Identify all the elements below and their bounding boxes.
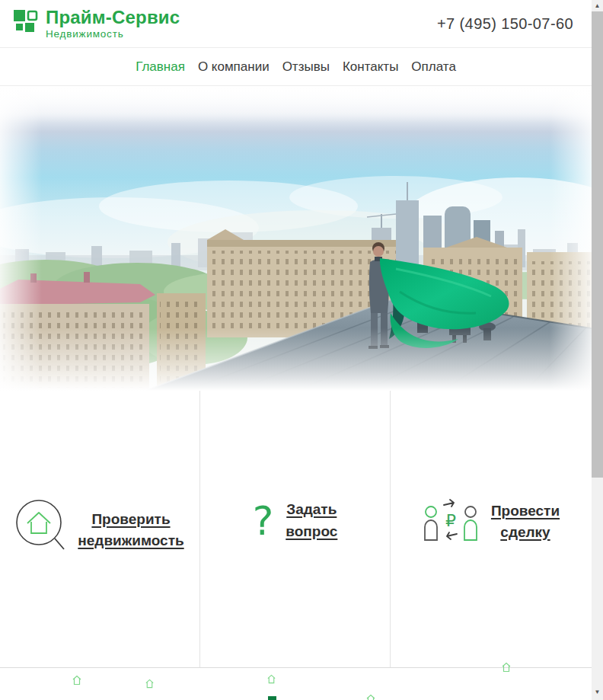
logo-subtitle: Недвижимость <box>46 27 180 40</box>
vertical-scrollbar[interactable]: ▲ ▼ <box>592 0 603 700</box>
logo-text: Прайм-Сервис Недвижимость <box>46 8 180 40</box>
logo-title: Прайм-Сервис <box>46 8 180 27</box>
card-ask-question: ? Задать вопрос <box>200 391 391 667</box>
next-section-sliver <box>0 668 592 700</box>
nav-item-payment[interactable]: Оплата <box>411 59 455 75</box>
scrollbar-thumb[interactable] <box>592 11 603 478</box>
question-mark-icon: ? <box>253 503 274 539</box>
ask-question-line1: Задать <box>286 499 337 521</box>
page-content: Прайм-Сервис Недвижимость +7 (495) 150-0… <box>0 0 592 700</box>
house-outline-icon <box>72 675 82 689</box>
main-nav: Главная О компании Отзывы Контакты Оплат… <box>0 48 592 86</box>
make-deal-line1: Провести <box>491 500 560 523</box>
green-logo-sliver <box>268 696 276 700</box>
nav-item-about[interactable]: О компании <box>198 59 270 75</box>
check-property-line1: Проверить <box>78 509 183 531</box>
card-make-deal: ₽ Провести сделку <box>391 391 592 667</box>
check-property-line2: недвижимость <box>78 530 183 552</box>
scroll-up-button[interactable]: ▲ <box>592 0 603 11</box>
logo[interactable]: Прайм-Сервис Недвижимость <box>14 8 180 40</box>
house-outline-icon <box>145 678 155 692</box>
phone-number[interactable]: +7 (495) 150-07-60 <box>437 15 573 33</box>
house-search-icon <box>15 499 65 561</box>
house-outline-icon <box>365 694 376 700</box>
action-cards-section: Проверить недвижимость ? Задать вопрос <box>0 391 592 668</box>
ask-question-line2: вопрос <box>286 521 337 543</box>
hero-image <box>0 86 592 391</box>
ruble-sign: ₽ <box>445 511 456 530</box>
check-property-link[interactable]: Проверить недвижимость <box>78 509 183 552</box>
ask-question-link[interactable]: Задать вопрос <box>286 499 337 542</box>
nav-item-home[interactable]: Главная <box>136 59 185 75</box>
make-deal-link[interactable]: Провести сделку <box>491 500 560 544</box>
nav-item-contacts[interactable]: Контакты <box>343 59 398 75</box>
header: Прайм-Сервис Недвижимость +7 (495) 150-0… <box>0 0 592 48</box>
logo-squares-icon <box>14 8 41 40</box>
house-outline-icon <box>266 673 276 687</box>
nav-item-reviews[interactable]: Отзывы <box>282 59 330 75</box>
make-deal-line2: сделку <box>491 522 560 544</box>
deal-exchange-icon: ₽ <box>423 499 479 545</box>
card-check-property: Проверить недвижимость <box>0 391 200 667</box>
scroll-down-button[interactable]: ▼ <box>592 686 603 698</box>
house-outline-icon <box>501 662 512 676</box>
